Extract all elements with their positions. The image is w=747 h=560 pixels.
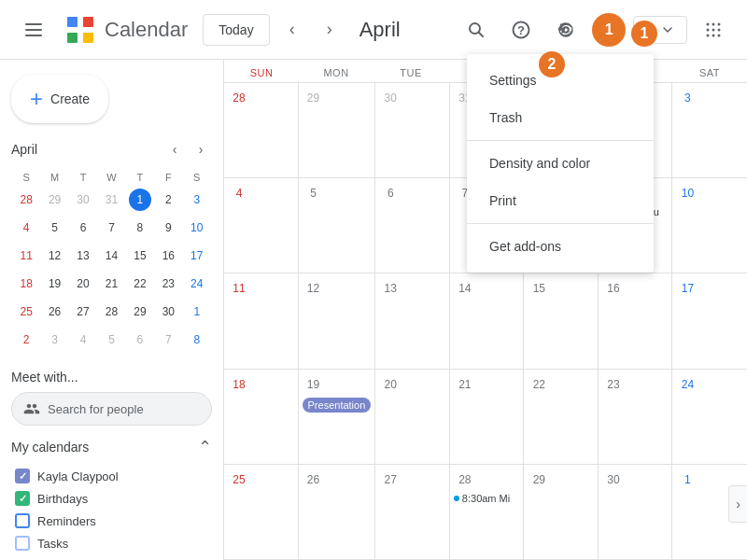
cal-cell[interactable]: 19Presentation: [299, 370, 376, 465]
calendar-event[interactable]: 8:30am Mi: [454, 493, 520, 504]
mini-cal-day[interactable]: 15: [127, 243, 153, 269]
mini-cal-day[interactable]: 5: [41, 215, 67, 241]
mini-cal-day[interactable]: 4: [13, 215, 39, 241]
cal-date-number: 21: [454, 373, 476, 396]
cal-cell[interactable]: 30: [599, 465, 673, 560]
calendar-event[interactable]: Presentation: [303, 398, 372, 413]
avatar-button[interactable]: 1: [592, 13, 626, 47]
cal-cell[interactable]: 21: [450, 370, 525, 465]
cal-item-tasks[interactable]: Tasks: [11, 532, 212, 554]
cal-cell[interactable]: 22: [524, 370, 599, 465]
mini-cal-day[interactable]: 25: [13, 299, 39, 325]
mini-cal-day[interactable]: 20: [70, 271, 96, 297]
mini-cal-day[interactable]: 24: [184, 271, 210, 297]
cal-cell[interactable]: 11: [224, 273, 299, 369]
mini-cal-day[interactable]: 8: [184, 327, 210, 353]
mini-cal-day[interactable]: 8: [127, 215, 153, 241]
menu-button[interactable]: [15, 11, 52, 49]
mini-cal-day[interactable]: 21: [98, 271, 124, 297]
mini-cal-day[interactable]: 27: [70, 299, 96, 325]
mini-cal-day[interactable]: 3: [184, 187, 210, 213]
today-button[interactable]: Today: [203, 14, 269, 46]
create-button[interactable]: + Create: [11, 75, 108, 123]
cal-cell[interactable]: 17: [672, 273, 747, 369]
mini-cal-day[interactable]: 6: [127, 327, 153, 353]
cal-cell[interactable]: 14: [450, 273, 525, 369]
mini-cal-day[interactable]: 9: [155, 215, 181, 241]
mini-cal-day[interactable]: 2: [155, 187, 181, 213]
mini-cal-next[interactable]: ›: [190, 138, 212, 161]
checkmark-kayla: ✓: [19, 470, 27, 483]
dropdown-item-print[interactable]: Print: [467, 182, 654, 219]
mini-cal-day[interactable]: 29: [41, 187, 67, 213]
next-button[interactable]: ›: [315, 15, 345, 45]
prev-button[interactable]: ‹: [277, 15, 307, 45]
cal-cell[interactable]: 16: [599, 273, 673, 369]
dropdown-item-trash[interactable]: Trash: [467, 99, 654, 136]
mini-cal-day[interactable]: 17: [184, 243, 210, 269]
mini-cal-day[interactable]: 4: [70, 327, 96, 353]
mini-cal-day[interactable]: 1: [127, 187, 153, 213]
cal-cell[interactable]: 29: [299, 83, 376, 178]
scroll-arrow[interactable]: ›: [728, 485, 747, 523]
dropdown-item-density[interactable]: Density and color: [467, 145, 654, 182]
mini-cal-day[interactable]: 31: [98, 187, 124, 213]
mini-cal-day[interactable]: 18: [13, 271, 39, 297]
search-button[interactable]: [458, 11, 495, 49]
cal-cell[interactable]: 5: [299, 178, 376, 273]
mini-cal-day[interactable]: 22: [127, 271, 153, 297]
dropdown-item-addons[interactable]: Get add-ons: [467, 228, 654, 265]
svg-rect-7: [83, 33, 93, 43]
mini-cal-day[interactable]: 30: [155, 299, 181, 325]
cal-item-reminders[interactable]: Reminders: [11, 510, 212, 532]
cal-cell[interactable]: 3: [672, 83, 747, 178]
mini-cal-prev[interactable]: ‹: [163, 138, 186, 161]
mini-cal-day[interactable]: 1: [184, 299, 210, 325]
my-calendars-toggle[interactable]: ⌃: [198, 437, 212, 457]
cal-cell[interactable]: 18: [224, 370, 299, 465]
apps-button[interactable]: [695, 11, 732, 49]
mini-cal-day[interactable]: 7: [155, 327, 181, 353]
cal-cell[interactable]: 30: [375, 83, 450, 178]
checkmark-birthdays: ✓: [19, 493, 27, 505]
cal-cell[interactable]: 27: [375, 465, 450, 560]
cal-cell[interactable]: 24: [672, 370, 747, 465]
mini-cal-day[interactable]: 6: [70, 215, 96, 241]
mini-cal-day[interactable]: 14: [98, 243, 124, 269]
cal-cell[interactable]: 26: [299, 465, 376, 560]
cal-cell[interactable]: 10: [672, 178, 747, 273]
cal-cell[interactable]: 13: [375, 273, 450, 369]
cal-cell[interactable]: 25: [224, 465, 299, 560]
cal-item-birthdays[interactable]: ✓ Birthdays: [11, 487, 212, 510]
mini-cal-day[interactable]: 3: [41, 327, 67, 353]
mini-cal-day[interactable]: 28: [98, 299, 124, 325]
mini-cal-day[interactable]: 26: [41, 299, 67, 325]
mini-cal-day[interactable]: 5: [98, 327, 124, 353]
mini-cal-day[interactable]: 30: [70, 187, 96, 213]
mini-cal-day[interactable]: 7: [98, 215, 124, 241]
cal-cell[interactable]: 29: [524, 465, 599, 560]
dow-sunday: SUN: [224, 60, 299, 82]
cal-cell[interactable]: 28: [224, 83, 299, 178]
mini-cal-day[interactable]: 16: [155, 243, 181, 269]
cal-cell[interactable]: 15: [524, 273, 599, 369]
mini-cal-day[interactable]: 12: [41, 243, 67, 269]
mini-cal-day[interactable]: 23: [155, 271, 181, 297]
cal-cell[interactable]: 4: [224, 178, 299, 273]
mini-cal-day[interactable]: 29: [127, 299, 153, 325]
cal-cell[interactable]: 12: [299, 273, 376, 369]
mini-cal-day[interactable]: 10: [184, 215, 210, 241]
cal-item-kayla[interactable]: ✓ Kayla Claypool: [11, 465, 212, 487]
search-people-input[interactable]: Search for people: [11, 392, 212, 426]
mini-cal-day[interactable]: 13: [70, 243, 96, 269]
mini-cal-day[interactable]: 28: [13, 187, 39, 213]
cal-cell[interactable]: 288:30am Mi: [450, 465, 525, 560]
cal-cell[interactable]: 23: [599, 370, 673, 465]
help-button[interactable]: ?: [502, 11, 540, 49]
mini-cal-day[interactable]: 11: [13, 243, 39, 269]
cal-cell[interactable]: 20: [375, 370, 450, 465]
mini-cal-day[interactable]: 2: [13, 327, 39, 353]
mini-cal-day[interactable]: 19: [41, 271, 67, 297]
cal-cell[interactable]: 6: [375, 178, 450, 273]
settings-button[interactable]: [547, 11, 585, 49]
